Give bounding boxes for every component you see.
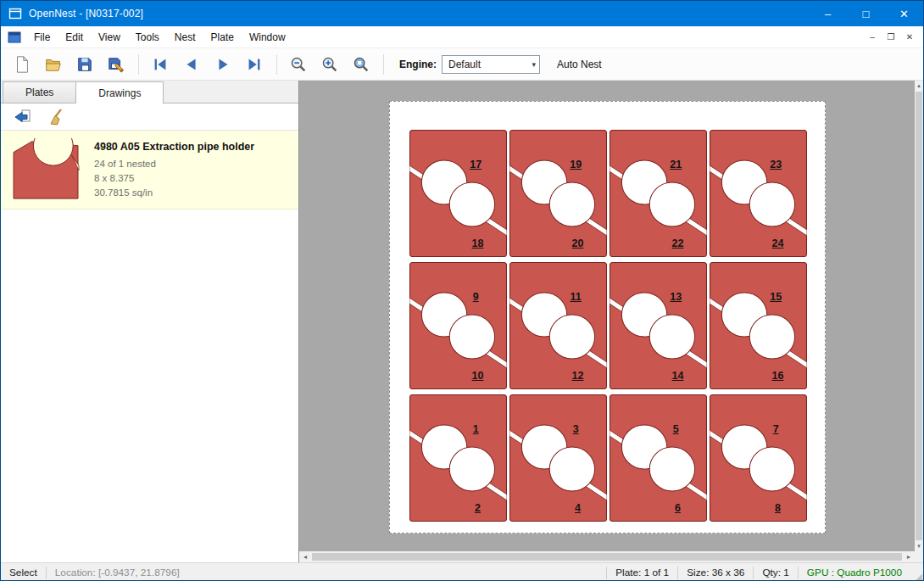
toolbar-separator	[383, 54, 384, 75]
part-number-top: 5	[673, 423, 679, 435]
new-file-icon	[13, 55, 31, 74]
nest-block[interactable]: 15 16	[710, 262, 807, 389]
panel-tabstrip: Plates Drawings	[1, 81, 298, 103]
part-number-bottom: 8	[775, 502, 781, 514]
scroll-left-icon[interactable]: ◂	[299, 553, 311, 561]
nest-block[interactable]: 17 18	[409, 130, 507, 257]
nav-previous-icon	[182, 55, 201, 74]
mdi-close-button[interactable]: ✕	[901, 30, 918, 45]
save-as-button[interactable]	[103, 52, 129, 77]
menu-item-tools[interactable]: Tools	[128, 28, 167, 47]
nest-block[interactable]: 21 22	[610, 130, 707, 257]
status-size: Size: 36 x 36	[678, 567, 753, 578]
toolbar-separator	[276, 54, 277, 75]
auto-nest-label[interactable]: Auto Nest	[557, 59, 602, 70]
scroll-down-icon[interactable]: ▾	[917, 541, 921, 551]
open-button[interactable]	[41, 52, 66, 77]
part-number-bottom: 2	[475, 502, 481, 514]
title-bar: OpenNest - [N0317-002] – □ ✕	[1, 1, 923, 26]
minimize-button[interactable]: –	[809, 1, 847, 26]
nest-block[interactable]: 19 20	[509, 130, 607, 257]
part-number-top: 15	[770, 291, 782, 303]
menu-item-file[interactable]: File	[26, 28, 58, 47]
clear-drawings-button[interactable]	[45, 106, 69, 128]
zoom-in-icon	[320, 55, 339, 74]
mdi-document-icon	[8, 31, 21, 43]
part-pair-shape	[710, 130, 807, 257]
zoom-out-icon	[289, 55, 308, 74]
part-number-top: 21	[670, 159, 682, 170]
toolbar-separator	[138, 54, 139, 75]
last-plate-button[interactable]	[242, 52, 267, 77]
new-button[interactable]	[9, 52, 35, 77]
part-number-bottom: 6	[675, 502, 681, 514]
part-pair-shape	[610, 394, 707, 522]
mdi-minimize-button[interactable]: –	[864, 30, 881, 45]
status-gpu: GPU : Quadro P1000	[799, 567, 910, 578]
part-number-top: 19	[570, 159, 582, 170]
drawing-title: 4980 A05 Extraction pipe holder	[94, 141, 254, 153]
vertical-scroll-thumb[interactable]	[916, 92, 922, 540]
menu-item-plate[interactable]: Plate	[203, 28, 242, 47]
nest-canvas[interactable]: 17 18 19 20 21 22 23 24	[299, 81, 923, 562]
part-pair-shape	[610, 130, 707, 257]
status-qty: Qty: 1	[754, 567, 797, 578]
drawing-dimensions: 8 x 8.375	[94, 171, 254, 186]
menu-item-window[interactable]: Window	[242, 28, 293, 47]
scroll-up-icon[interactable]: ▴	[917, 81, 921, 91]
close-button[interactable]: ✕	[885, 1, 923, 26]
zoom-fit-button[interactable]	[348, 52, 374, 77]
zoom-out-button[interactable]	[286, 52, 311, 77]
part-number-bottom: 4	[575, 502, 581, 514]
tab-drawings[interactable]: Drawings	[75, 81, 164, 103]
next-plate-button[interactable]	[210, 52, 236, 77]
canvas-horizontal-scrollbar[interactable]: ◂ ▸	[299, 551, 915, 562]
zoom-in-button[interactable]	[317, 52, 342, 77]
canvas-vertical-scrollbar[interactable]: ▴ ▾	[915, 81, 923, 551]
status-mode: Select	[1, 567, 46, 578]
nest-block[interactable]: 11 12	[509, 262, 607, 389]
part-number-bottom: 18	[472, 237, 484, 249]
part-number-top: 7	[773, 423, 779, 435]
nest-block[interactable]: 23 24	[710, 130, 807, 257]
part-number-top: 13	[670, 291, 682, 303]
nav-next-icon	[214, 55, 232, 74]
nest-block[interactable]: 9 10	[409, 262, 507, 389]
list-item[interactable]: 4980 A05 Extraction pipe holder 24 of 1 …	[1, 131, 298, 209]
part-number-top: 1	[473, 423, 479, 435]
engine-selected-value: Default	[448, 59, 481, 70]
part-number-bottom: 24	[772, 237, 784, 249]
resize-grip[interactable]: ◢	[910, 563, 923, 581]
part-pair-shape	[409, 394, 507, 522]
nest-block[interactable]: 13 14	[610, 262, 707, 389]
menu-item-nest[interactable]: Nest	[167, 28, 203, 47]
scroll-right-icon[interactable]: ▸	[903, 553, 915, 561]
menu-item-view[interactable]: View	[91, 28, 128, 47]
nest-block[interactable]: 7 8	[710, 394, 807, 522]
drawing-area: 30.7815 sq/in	[94, 186, 254, 200]
menu-item-edit[interactable]: Edit	[58, 28, 91, 47]
part-pair-shape	[409, 262, 507, 389]
nest-block[interactable]: 5 6	[610, 394, 707, 522]
engine-label: Engine:	[399, 59, 437, 70]
status-bar: Select Location: [-0.9437, 21.8796] Plat…	[1, 562, 923, 581]
reload-drawing-button[interactable]	[11, 106, 35, 128]
nest-block[interactable]: 3 4	[509, 394, 607, 522]
status-plate: Plate: 1 of 1	[607, 567, 677, 578]
nest-block[interactable]: 1 2	[409, 394, 507, 522]
drawing-nested-count: 24 of 1 nested	[94, 157, 254, 171]
part-pair-shape	[509, 262, 607, 389]
part-pair-shape	[509, 394, 607, 522]
previous-plate-button[interactable]	[179, 52, 204, 77]
part-pair-shape	[610, 262, 707, 389]
tab-plates[interactable]: Plates	[3, 81, 76, 103]
save-button[interactable]	[72, 52, 97, 77]
import-arrow-icon	[14, 108, 32, 126]
engine-select[interactable]: Default ▾	[442, 55, 540, 74]
save-icon	[75, 55, 94, 74]
maximize-button[interactable]: □	[847, 1, 885, 26]
horizontal-scroll-thumb[interactable]	[312, 553, 902, 561]
part-number-bottom: 14	[672, 370, 684, 382]
mdi-restore-button[interactable]: ❐	[882, 30, 899, 45]
first-plate-button[interactable]	[148, 52, 173, 77]
